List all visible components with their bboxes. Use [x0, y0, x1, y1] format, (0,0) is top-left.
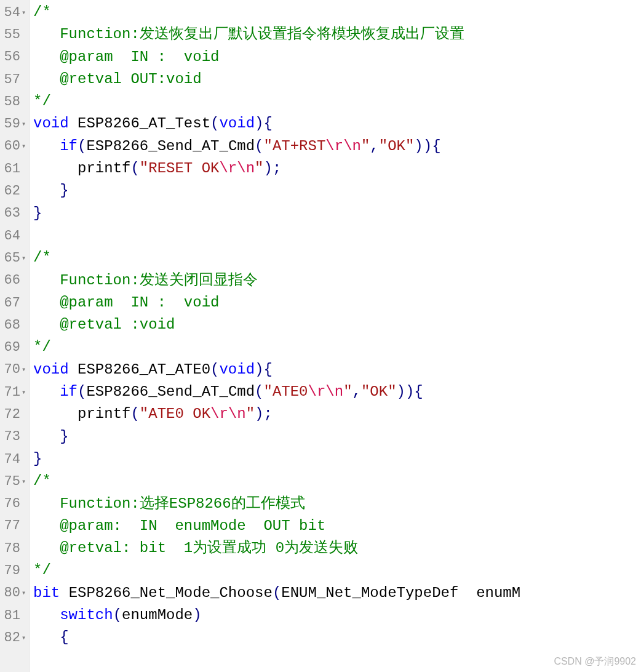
code-token: ) — [255, 361, 263, 378]
code-token: " — [246, 406, 255, 422]
code-token: " — [255, 160, 263, 177]
line-number: 58 — [0, 90, 29, 113]
code-token — [33, 160, 78, 177]
code-token: Function:发送关闭回显指令 — [33, 272, 258, 289]
fold-toggle-icon[interactable]: ▾ — [22, 365, 28, 374]
line-number-value: 58 — [4, 94, 20, 110]
line-number: 82▾ — [0, 626, 29, 649]
line-number-value: 57 — [4, 72, 20, 87]
code-token: { — [263, 361, 272, 378]
code-line: */ — [33, 90, 641, 113]
line-number: 59▾ — [0, 113, 29, 135]
code-token: @param IN : void — [33, 294, 219, 311]
code-token: ( — [113, 607, 122, 623]
code-token: @param IN : void — [33, 49, 219, 65]
code-token — [69, 115, 78, 132]
code-token: Function:选择ESP8266的工作模式 — [33, 495, 305, 512]
fold-toggle-icon[interactable]: ▾ — [22, 254, 28, 263]
code-token: @retval :void — [33, 316, 175, 333]
line-number-value: 71 — [4, 385, 20, 400]
line-number: 60▾ — [0, 135, 29, 158]
code-token: ( — [255, 383, 263, 400]
fold-toggle-icon[interactable]: ▾ — [22, 142, 28, 151]
line-number: 77 — [0, 515, 29, 537]
line-number-value: 61 — [4, 161, 20, 177]
code-line: @retval: bit 1为设置成功 0为发送失败 — [33, 537, 641, 559]
code-line: } — [33, 448, 641, 470]
code-token: printf — [78, 406, 130, 422]
code-token: \r\n — [308, 383, 344, 400]
code-token: Function:发送恢复出厂默认设置指令将模块恢复成出厂设置 — [33, 26, 464, 42]
code-line: void ESP8266_AT_ATE0(void){ — [33, 359, 641, 381]
code-token: @param: IN enumMode OUT bit — [33, 518, 325, 534]
code-line: @param IN : void — [33, 292, 641, 314]
code-token: ( — [273, 585, 281, 601]
code-line: void ESP8266_AT_Test(void){ — [33, 113, 641, 135]
code-token: printf — [78, 160, 130, 177]
line-number: 74 — [0, 448, 29, 470]
code-line: @retval OUT:void — [33, 68, 641, 90]
line-number: 72 — [0, 403, 29, 425]
code-token: */ — [33, 338, 51, 355]
code-token: } — [60, 182, 68, 199]
line-number-gutter: 54▾5556575859▾60▾6162636465▾6667686970▾7… — [0, 0, 30, 672]
line-number-value: 56 — [4, 49, 20, 65]
code-line: @param: IN enumMode OUT bit — [33, 515, 641, 537]
code-token: ESP8266_AT_Test — [78, 115, 210, 132]
code-token — [60, 585, 68, 601]
code-token: { — [432, 138, 440, 154]
code-token: "ATE0 OK — [140, 406, 210, 422]
line-number: 81 — [0, 604, 29, 626]
fold-toggle-icon[interactable]: ▾ — [22, 588, 28, 598]
line-number-value: 77 — [4, 518, 20, 534]
line-number: 71▾ — [0, 381, 29, 403]
code-token: " — [361, 138, 370, 154]
code-token: "OK" — [379, 138, 415, 154]
code-token — [33, 227, 42, 244]
line-number-value: 76 — [4, 496, 20, 511]
code-token: \r\n — [325, 138, 361, 154]
line-number: 54▾ — [0, 1, 29, 23]
code-line: Function:发送关闭回显指令 — [33, 270, 641, 292]
line-number: 80▾ — [0, 582, 29, 604]
line-number-value: 60 — [4, 138, 20, 154]
code-line: switch(enumMode) — [33, 604, 641, 626]
line-number-value: 75 — [4, 474, 20, 489]
code-line: if(ESP8266_Send_AT_Cmd("ATE0\r\n","OK"))… — [33, 381, 641, 403]
code-editor-content[interactable]: /* Function:发送恢复出厂默认设置指令将模块恢复成出厂设置 @para… — [30, 0, 641, 672]
code-token: /* — [33, 4, 51, 20]
fold-toggle-icon[interactable]: ▾ — [22, 8, 28, 17]
code-token: ESP8266_Net_Mode_Choose — [69, 585, 273, 601]
code-token: if — [60, 383, 78, 400]
code-token: ); — [263, 160, 281, 177]
line-number: 79 — [0, 559, 29, 582]
code-token: { — [60, 629, 68, 646]
fold-toggle-icon[interactable]: ▾ — [22, 119, 28, 129]
fold-toggle-icon[interactable]: ▾ — [22, 477, 28, 486]
line-number-value: 78 — [4, 541, 20, 556]
line-number: 62 — [0, 180, 29, 202]
line-number: 78 — [0, 537, 29, 559]
code-token: ESP8266_Send_AT_Cmd — [86, 383, 255, 400]
fold-toggle-icon[interactable]: ▾ — [22, 388, 28, 397]
fold-toggle-icon[interactable]: ▾ — [22, 633, 28, 642]
code-token: ( — [210, 361, 219, 378]
code-token: ENUM_Net_ModeTypeDef enumM — [281, 585, 520, 601]
code-token: ( — [78, 383, 86, 400]
code-token: ( — [255, 138, 263, 154]
code-token: bit — [33, 585, 60, 601]
code-line: } — [33, 202, 641, 225]
line-number: 64 — [0, 225, 29, 247]
line-number: 76 — [0, 493, 29, 515]
code-token: )) — [414, 138, 432, 154]
code-token — [69, 361, 78, 378]
code-token: \r\n — [210, 406, 246, 422]
line-number-value: 69 — [4, 340, 20, 355]
line-number-value: 62 — [4, 183, 20, 199]
code-line: Function:发送恢复出厂默认设置指令将模块恢复成出厂设置 — [33, 23, 641, 46]
line-number: 75▾ — [0, 470, 29, 492]
code-line: if(ESP8266_Send_AT_Cmd("AT+RST\r\n","OK"… — [33, 135, 641, 158]
line-number-value: 65 — [4, 250, 20, 266]
code-token: ( — [130, 160, 139, 177]
code-token: ( — [78, 138, 86, 154]
